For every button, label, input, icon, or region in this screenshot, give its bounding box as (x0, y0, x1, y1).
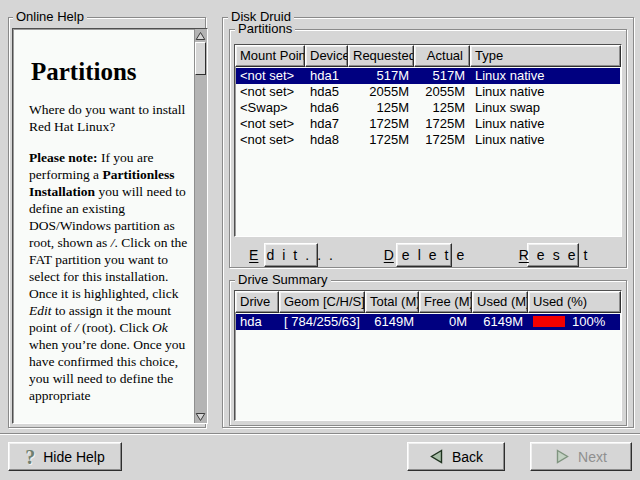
drive-summary-frame-label: Drive Summary (235, 273, 331, 287)
scroll-up-icon[interactable] (194, 29, 207, 42)
installer-window: Online Help Partitions Where do you want… (0, 0, 640, 480)
table-cell: <not set> (236, 84, 306, 100)
table-cell: hda8 (306, 132, 349, 148)
table-row[interactable]: <not set>hda52055M2055MLinux native (236, 84, 620, 100)
column-header-actual[interactable]: Actual (414, 45, 470, 67)
partitions-table: Mount PointDeviceRequestedActualType <no… (234, 44, 622, 237)
back-label: Back (452, 449, 483, 465)
hide-help-button[interactable]: ? Hide Help (8, 442, 122, 471)
table-cell: hda5 (306, 84, 349, 100)
table-cell: <not set> (236, 132, 306, 148)
next-arrow-icon (555, 449, 570, 464)
drive-summary-table-header: DriveGeom [C/H/S]Total (M)Free (M)Used (… (235, 291, 621, 313)
table-cell: hda6 (306, 100, 349, 116)
table-cell: 517M (349, 68, 415, 84)
table-row[interactable]: <Swap>hda6125M125MLinux swap (236, 100, 620, 116)
edit-button[interactable]: Edit... (264, 243, 318, 267)
partitions-frame-label: Partitions (235, 22, 295, 36)
help-paragraph: Please note: If you are performing a Par… (29, 149, 188, 404)
next-button[interactable]: Next (530, 442, 632, 471)
help-viewport: Partitions Where do you want to install … (12, 28, 208, 424)
table-cell: <not set> (236, 68, 306, 84)
next-label: Next (578, 449, 607, 465)
table-cell: hda (236, 314, 280, 330)
drive-summary-table: DriveGeom [C/H/S]Total (M)Free (M)Used (… (234, 290, 622, 421)
drive-summary-table-body: hda[ 784/255/63]6149M0M6149M100% (236, 314, 620, 419)
column-header-mount-point[interactable]: Mount Point (235, 45, 305, 67)
back-arrow-icon (429, 449, 444, 464)
table-cell: 0M (420, 314, 473, 330)
table-cell: 6149M (366, 314, 420, 330)
partitions-table-header: Mount PointDeviceRequestedActualType (235, 45, 621, 67)
table-cell: <Swap> (236, 100, 306, 116)
table-cell: 6149M (473, 314, 529, 330)
column-header-requested[interactable]: Requested (348, 45, 414, 67)
table-cell: Linux native (471, 68, 620, 84)
help-title: Partitions (31, 57, 188, 87)
table-cell: 1725M (349, 132, 415, 148)
table-cell: 1725M (415, 132, 471, 148)
column-header-geom-c-h-s[interactable]: Geom [C/H/S] (279, 291, 365, 313)
usage-bar (533, 316, 565, 327)
partitions-table-body: <not set>hda1517M517MLinux native<not se… (236, 68, 620, 235)
footer-separator (0, 433, 640, 435)
table-cell: 100% (529, 314, 620, 330)
table-cell: Linux swap (471, 100, 620, 116)
table-cell: 2055M (415, 84, 471, 100)
column-header-drive[interactable]: Drive (235, 291, 279, 313)
table-cell: Linux native (471, 132, 620, 148)
table-cell: 125M (349, 100, 415, 116)
table-cell: 1725M (415, 116, 471, 132)
help-paragraph: Where do you want to install Red Hat Lin… (29, 101, 188, 135)
scrollbar-thumb[interactable] (195, 42, 206, 75)
table-row[interactable]: <not set>hda1517M517MLinux native (236, 68, 620, 84)
help-paragraphs: Where do you want to install Red Hat Lin… (29, 101, 188, 404)
back-button[interactable]: Back (407, 442, 505, 471)
column-header-used[interactable]: Used (%) (528, 291, 621, 313)
table-row[interactable]: <not set>hda71725M1725MLinux native (236, 116, 620, 132)
table-row[interactable]: hda[ 784/255/63]6149M0M6149M100% (236, 314, 620, 330)
table-cell: 2055M (349, 84, 415, 100)
help-content: Partitions Where do you want to install … (13, 29, 194, 423)
column-header-device[interactable]: Device (305, 45, 348, 67)
table-cell: <not set> (236, 116, 306, 132)
delete-button[interactable]: Delete (396, 243, 452, 267)
scroll-down-icon[interactable] (194, 410, 207, 423)
column-header-type[interactable]: Type (470, 45, 621, 67)
reset-button[interactable]: Reset (527, 243, 579, 267)
table-cell: 125M (415, 100, 471, 116)
hide-help-label: Hide Help (43, 449, 104, 465)
table-cell: 517M (415, 68, 471, 84)
column-header-used-m[interactable]: Used (M) (472, 291, 528, 313)
column-header-free-m[interactable]: Free (M) (419, 291, 472, 313)
column-header-total-m[interactable]: Total (M) (365, 291, 419, 313)
table-cell: Linux native (471, 116, 620, 132)
online-help-frame-label: Online Help (13, 10, 87, 24)
table-cell: 1725M (349, 116, 415, 132)
help-scrollbar[interactable] (194, 29, 207, 423)
help-question-icon: ? (25, 448, 35, 466)
table-cell: Linux native (471, 84, 620, 100)
table-cell: hda1 (306, 68, 349, 84)
table-cell: hda7 (306, 116, 349, 132)
table-row[interactable]: <not set>hda81725M1725MLinux native (236, 132, 620, 148)
table-cell: [ 784/255/63] (280, 314, 366, 330)
